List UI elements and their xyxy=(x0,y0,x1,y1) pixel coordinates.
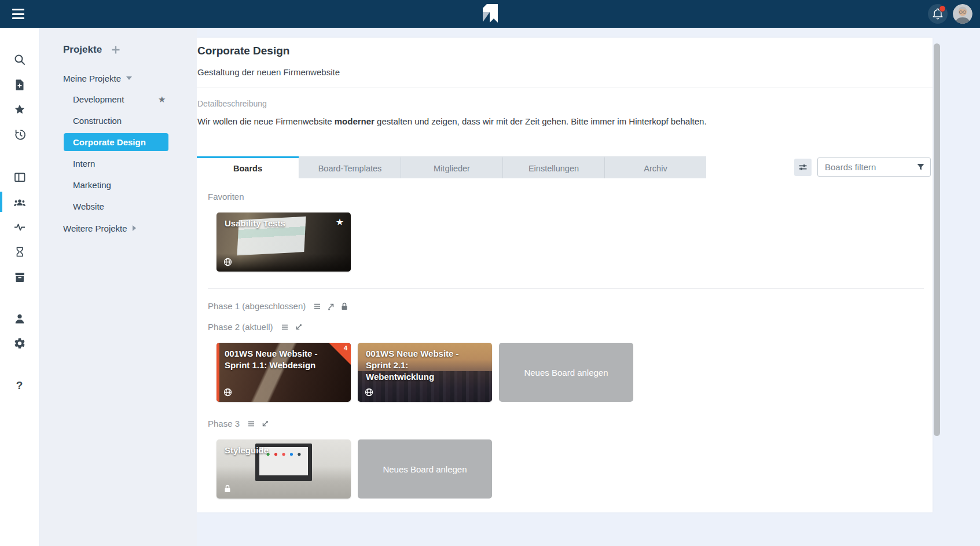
tab-bar: Boards Board-Templates Mitglieder Einste… xyxy=(197,156,933,178)
collapse-section-icon[interactable] xyxy=(294,323,303,332)
projects-title: Projekte xyxy=(63,44,102,56)
project-group-meine-projekte[interactable]: Meine Projekte xyxy=(40,57,197,84)
description-label: Detailbeschreibung xyxy=(197,99,933,108)
tab-archiv[interactable]: Archiv xyxy=(604,156,706,178)
new-board-button[interactable]: Neues Board anlegen xyxy=(358,439,492,499)
sidebar-item-archive[interactable] xyxy=(0,264,39,289)
section-menu-icon[interactable] xyxy=(280,323,289,332)
board-card-sprint-2-1[interactable]: 001WS Neue Website - Sprint 2.1: Webentw… xyxy=(358,343,492,402)
sidebar-item-activity[interactable] xyxy=(0,214,39,239)
add-project-button[interactable] xyxy=(111,45,120,54)
page-title: Corporate Design xyxy=(197,45,933,57)
plus-icon xyxy=(111,45,120,54)
board-favorite-star-icon[interactable]: ★ xyxy=(336,217,344,228)
lock-icon xyxy=(223,484,232,493)
section-header-phase2: Phase 2 (aktuell) xyxy=(208,322,933,332)
description-text: Wir wollen die neue Firmenwebsite modern… xyxy=(197,116,933,126)
project-detail-panel: Corporate Design Gestaltung der neuen Fi… xyxy=(197,38,933,512)
vertical-scrollbar[interactable] xyxy=(934,43,940,436)
tab-boards[interactable]: Boards xyxy=(197,156,299,178)
topbar-actions xyxy=(928,4,972,24)
globe-icon xyxy=(365,388,373,397)
topbar xyxy=(0,0,980,28)
sidebar-item-new-note[interactable] xyxy=(0,72,39,97)
history-icon xyxy=(13,128,26,141)
groups-icon xyxy=(13,196,26,208)
chevron-down-icon xyxy=(126,76,132,80)
project-item-website[interactable]: Website xyxy=(40,196,197,217)
gear-icon xyxy=(13,337,26,350)
project-item-intern[interactable]: Intern xyxy=(40,153,197,174)
boards-filter-field xyxy=(817,157,931,177)
hourglass-icon xyxy=(13,245,26,258)
notification-badge xyxy=(939,5,946,12)
note-add-icon xyxy=(13,78,26,91)
section-menu-icon[interactable] xyxy=(247,419,256,428)
sidebar-item-search[interactable] xyxy=(0,47,39,72)
page-subtitle: Gestaltung der neuen Firmenwebsite xyxy=(197,67,933,77)
section-header-phase3: Phase 3 xyxy=(208,419,933,428)
more-projects-label: Weitere Projekte xyxy=(63,223,127,233)
sidebar-item-help[interactable]: ? xyxy=(0,373,39,398)
app-window: ? Projekte Meine Projekte Development ★ … xyxy=(0,0,980,546)
notification-corner-badge xyxy=(329,343,351,365)
help-icon: ? xyxy=(16,379,23,392)
person-icon xyxy=(13,312,26,325)
section-label-favoriten: Favoriten xyxy=(208,192,933,201)
search-icon xyxy=(13,53,26,66)
sidebar-item-history[interactable] xyxy=(0,122,39,146)
tab-einstellungen[interactable]: Einstellungen xyxy=(502,156,604,178)
section-menu-icon[interactable] xyxy=(313,302,322,311)
app-logo-icon xyxy=(483,4,498,26)
archive-icon xyxy=(13,270,26,283)
icon-rail: ? xyxy=(0,28,39,546)
board-card-usability-tests[interactable]: Usability Tests ★ xyxy=(216,212,351,272)
section-header-phase1: Phase 1 (abgeschlossen) xyxy=(208,301,933,311)
lock-icon xyxy=(340,302,348,311)
globe-icon xyxy=(223,258,232,266)
project-list: Development ★ Construction Corporate Des… xyxy=(40,89,197,217)
star-icon xyxy=(13,103,26,116)
divider xyxy=(197,87,933,87)
boards-filter-input[interactable] xyxy=(824,162,916,173)
project-item-marketing[interactable]: Marketing xyxy=(40,174,197,196)
tab-board-templates[interactable]: Board-Templates xyxy=(299,156,401,178)
section-label-phase2: Phase 2 (aktuell) xyxy=(208,322,273,332)
sidebar-item-profile[interactable] xyxy=(0,306,39,331)
board-card-sprint-1-1[interactable]: 4 001WS Neue Website - Sprint 1.1: Webde… xyxy=(216,343,351,402)
sidebar-item-boards[interactable] xyxy=(0,164,39,189)
filter-options-button[interactable] xyxy=(794,159,812,176)
section-label-phase3: Phase 3 xyxy=(208,419,240,428)
favorite-star-icon[interactable]: ★ xyxy=(158,94,166,105)
card-accent-stripe xyxy=(216,343,219,402)
activity-pulse-icon xyxy=(13,221,26,233)
notifications-bell-icon[interactable] xyxy=(928,4,948,24)
sidebar-item-settings[interactable] xyxy=(0,331,39,356)
notification-count: 4 xyxy=(344,345,347,351)
section-label-phase1: Phase 1 (abgeschlossen) xyxy=(208,301,306,311)
filter-funnel-icon[interactable] xyxy=(916,163,925,171)
project-item-development[interactable]: Development ★ xyxy=(40,89,197,110)
board-card-styleguide[interactable]: Styleguide xyxy=(216,439,351,499)
sidebar-item-favorites[interactable] xyxy=(0,97,39,122)
project-group-label: Meine Projekte xyxy=(63,74,121,83)
new-board-button[interactable]: Neues Board anlegen xyxy=(499,343,633,402)
project-item-construction[interactable]: Construction xyxy=(40,110,197,131)
expand-section-icon[interactable] xyxy=(326,302,336,311)
globe-icon xyxy=(223,388,232,397)
project-sidebar: Projekte Meine Projekte Development ★ Co… xyxy=(40,28,197,546)
user-avatar[interactable] xyxy=(953,4,972,24)
board-columns-icon xyxy=(13,171,26,184)
project-group-weitere-projekte[interactable]: Weitere Projekte xyxy=(40,217,197,234)
tab-mitglieder[interactable]: Mitglieder xyxy=(401,156,502,178)
collapse-section-icon[interactable] xyxy=(260,419,270,428)
chevron-right-icon xyxy=(133,225,136,231)
menu-icon[interactable] xyxy=(12,9,24,19)
divider xyxy=(208,288,924,289)
tune-icon xyxy=(798,162,808,173)
sidebar-item-time-tracking[interactable] xyxy=(0,239,39,264)
sidebar-item-groups[interactable] xyxy=(0,189,39,214)
project-item-corporate-design[interactable]: Corporate Design xyxy=(40,131,197,153)
